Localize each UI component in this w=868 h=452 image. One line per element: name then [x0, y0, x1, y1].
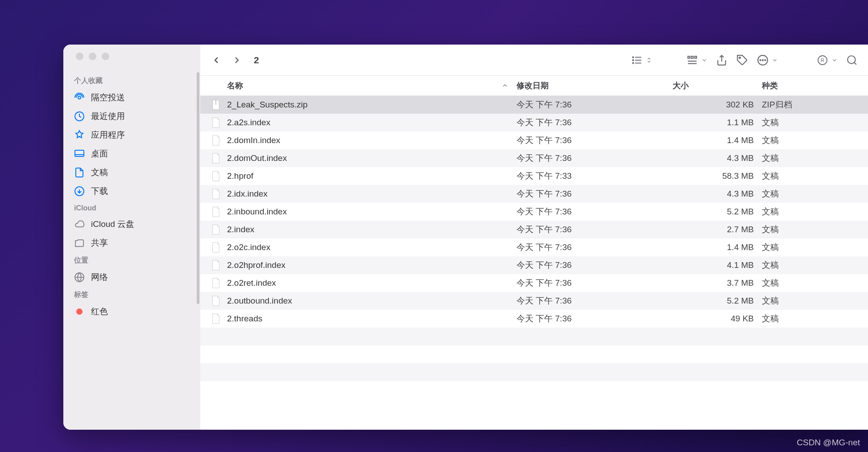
svg-rect-15: [691, 56, 693, 58]
file-row[interactable]: 2.index今天 下午 7:362.7 MB文稿: [200, 221, 868, 238]
sidebar-item[interactable]: 隔空投送: [63, 88, 200, 107]
file-icon: [211, 117, 221, 128]
file-name: 2.domOut.index: [227, 153, 517, 163]
file-row[interactable]: 2.o2ret.index今天 下午 7:363.7 MB文稿: [200, 274, 868, 292]
file-row[interactable]: 2.o2hprof.index今天 下午 7:364.1 MB文稿: [200, 256, 868, 274]
file-kind: 文稿: [762, 117, 860, 128]
svg-rect-29: [215, 100, 216, 101]
file-size: 5.2 MB: [673, 296, 762, 306]
file-row[interactable]: 2.outbound.index今天 下午 7:365.2 MB文稿: [200, 292, 868, 310]
blank-row: [200, 345, 868, 363]
forward-button[interactable]: [231, 54, 243, 66]
file-date: 今天 下午 7:36: [517, 313, 673, 325]
file-size: 49 KB: [673, 314, 762, 324]
file-kind: 文稿: [762, 152, 860, 164]
svg-point-20: [739, 57, 740, 58]
minimize-button[interactable]: [89, 53, 96, 60]
globe-icon: [74, 272, 85, 283]
file-icon: [211, 188, 221, 200]
file-kind: 文稿: [762, 224, 860, 235]
sidebar-item[interactable]: 桌面: [63, 144, 200, 163]
file-name: 2.o2ret.index: [227, 278, 517, 288]
file-size: 4.3 MB: [673, 153, 762, 163]
sidebar-item[interactable]: 最近使用: [63, 107, 200, 126]
file-size: 4.1 MB: [673, 260, 762, 270]
file-row[interactable]: 2.domIn.index今天 下午 7:361.4 MB文稿: [200, 131, 868, 149]
file-size: 302 KB: [673, 100, 762, 110]
file-size: 58.3 MB: [673, 171, 762, 181]
file-kind: 文稿: [762, 206, 860, 218]
chevron-down-icon: [701, 57, 707, 63]
download-icon: [74, 186, 85, 197]
svg-point-11: [632, 57, 633, 58]
file-row[interactable]: 2.hprof今天 下午 7:3358.3 MB文稿: [200, 167, 868, 185]
file-row[interactable]: 2.domOut.index今天 下午 7:364.3 MB文稿: [200, 149, 868, 167]
shared-icon: [74, 238, 85, 248]
window-controls: [63, 53, 200, 60]
sidebar-section-label: 位置: [63, 252, 200, 268]
file-row[interactable]: 2.idx.index今天 下午 7:364.3 MB文稿: [200, 185, 868, 203]
sidebar-item[interactable]: 应用程序: [63, 126, 200, 144]
column-name[interactable]: 名称: [227, 80, 517, 91]
svg-point-13: [632, 62, 633, 63]
column-headers: 名称 修改日期 大小 种类: [200, 76, 868, 96]
file-name: 2.outbound.index: [227, 296, 517, 306]
column-size[interactable]: 大小: [673, 80, 762, 91]
registered-button[interactable]: R: [816, 54, 838, 66]
file-name: 2.index: [227, 225, 517, 234]
share-button[interactable]: [715, 54, 728, 66]
sidebar-item[interactable]: 下载: [63, 182, 200, 201]
sidebar-item-label: 应用程序: [91, 129, 125, 141]
toolbar: 2: [200, 45, 868, 76]
back-button[interactable]: [210, 54, 223, 66]
close-button[interactable]: [76, 53, 83, 60]
group-by-button[interactable]: [686, 54, 707, 66]
sidebar-item[interactable]: 网络: [63, 268, 200, 287]
file-date: 今天 下午 7:36: [517, 99, 673, 111]
file-icon: [211, 259, 221, 271]
sidebar-item-label: 网络: [91, 271, 108, 283]
svg-point-27: [847, 56, 855, 63]
file-size: 3.7 MB: [673, 278, 762, 288]
doc-icon: [74, 167, 85, 178]
cloud-icon: [74, 219, 85, 230]
zoom-button[interactable]: [102, 53, 109, 60]
file-name: 2.o2hprof.index: [227, 260, 517, 270]
file-row[interactable]: 2_Leak_Suspects.zip今天 下午 7:36302 KBZIP归档: [200, 96, 868, 114]
sidebar-item-label: iCloud 云盘: [91, 218, 134, 230]
file-kind: 文稿: [762, 313, 860, 325]
chevron-down-icon: [831, 57, 838, 63]
sidebar-section-label: 标签: [63, 287, 200, 302]
file-row[interactable]: 2.inbound.index今天 下午 7:365.2 MB文稿: [200, 203, 868, 221]
sidebar-item-label: 最近使用: [91, 111, 125, 122]
sidebar-item[interactable]: 共享: [63, 234, 200, 252]
main-pane: 2: [200, 45, 868, 430]
column-kind[interactable]: 种类: [762, 80, 860, 91]
file-icon: [211, 313, 221, 325]
sidebar-item[interactable]: 红色: [63, 302, 200, 321]
file-date: 今天 下午 7:36: [517, 206, 673, 218]
svg-point-23: [762, 59, 763, 60]
sidebar-item-label: 下载: [91, 185, 108, 197]
svg-rect-16: [694, 56, 696, 58]
sidebar-item[interactable]: 文稿: [63, 163, 200, 182]
view-mode-button[interactable]: [631, 54, 652, 66]
tags-button[interactable]: [736, 54, 748, 66]
sidebar-section-label: 个人收藏: [63, 73, 200, 88]
file-row[interactable]: 2.threads今天 下午 7:3649 KB文稿: [200, 310, 868, 328]
file-row[interactable]: 2.a2s.index今天 下午 7:361.1 MB文稿: [200, 114, 868, 131]
file-row[interactable]: 2.o2c.index今天 下午 7:361.4 MB文稿: [200, 238, 868, 256]
folder-title: 2: [254, 55, 259, 66]
file-date: 今天 下午 7:36: [517, 259, 673, 271]
search-button[interactable]: [846, 54, 858, 66]
file-name: 2.hprof: [227, 171, 517, 181]
file-date: 今天 下午 7:36: [517, 188, 673, 200]
registered-icon: R: [816, 54, 829, 66]
actions-button[interactable]: [756, 54, 778, 66]
sidebar-scrollbar[interactable]: [197, 72, 199, 304]
sidebar-item[interactable]: iCloud 云盘: [63, 215, 200, 234]
file-kind: 文稿: [762, 170, 860, 182]
column-date[interactable]: 修改日期: [517, 80, 673, 91]
file-kind: ZIP归档: [762, 99, 860, 111]
svg-point-0: [78, 96, 81, 99]
